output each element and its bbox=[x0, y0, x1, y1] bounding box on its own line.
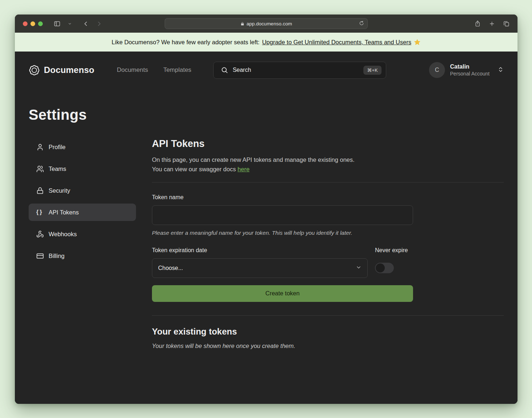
avatar: C bbox=[429, 62, 445, 78]
expiration-label: Token expiration date bbox=[152, 247, 368, 254]
settings-page: Settings Profile Teams Security bbox=[15, 89, 517, 404]
documenso-app: Documenso Documents Templates ⌘+K C Cata… bbox=[15, 52, 517, 404]
search-input[interactable] bbox=[233, 67, 359, 73]
divider bbox=[152, 182, 504, 183]
sidebar-item-teams[interactable]: Teams bbox=[29, 160, 136, 177]
lock-icon bbox=[240, 21, 244, 26]
search-shortcut-badge: ⌘+K bbox=[363, 66, 381, 75]
credit-card-icon bbox=[36, 252, 44, 260]
documenso-logo-icon bbox=[29, 65, 40, 76]
user-icon bbox=[36, 143, 44, 151]
section-description: On this page, you can create new API tok… bbox=[152, 155, 504, 174]
account-name: Catalin bbox=[450, 63, 490, 70]
search-bar[interactable]: ⌘+K bbox=[213, 62, 386, 79]
users-icon bbox=[36, 165, 44, 173]
promo-banner: Like Documenso? We have few early adopte… bbox=[15, 33, 517, 52]
upgrade-link[interactable]: Upgrade to Get Unlimited Documents, Team… bbox=[262, 39, 411, 46]
toggle-knob bbox=[376, 263, 385, 272]
lock-icon bbox=[36, 187, 44, 194]
brand-name: Documenso bbox=[44, 65, 94, 75]
page-title: Settings bbox=[29, 107, 504, 123]
tab-overview-icon[interactable] bbox=[503, 20, 510, 27]
brand[interactable]: Documenso bbox=[29, 65, 94, 76]
webhook-icon bbox=[36, 230, 44, 238]
sidebar-item-security[interactable]: Security bbox=[29, 182, 136, 199]
app-header: Documenso Documents Templates ⌘+K C Cata… bbox=[15, 52, 517, 89]
account-menu[interactable]: C Catalin Personal Account bbox=[429, 62, 504, 78]
sidebar-item-api-tokens[interactable]: { } API Tokens bbox=[29, 204, 136, 221]
new-tab-icon[interactable] bbox=[489, 20, 495, 27]
api-tokens-panel: API Tokens On this page, you can create … bbox=[152, 138, 504, 349]
sidebar-item-billing[interactable]: Billing bbox=[29, 247, 136, 265]
search-icon bbox=[221, 66, 228, 74]
main-nav: Documents Templates bbox=[117, 66, 191, 74]
sidebar-toggle-icon[interactable] bbox=[54, 20, 61, 27]
expiration-select[interactable]: Choose... bbox=[152, 258, 368, 278]
back-button-icon[interactable] bbox=[83, 21, 89, 27]
browser-titlebar: app.documenso.com bbox=[15, 15, 517, 33]
divider bbox=[152, 315, 504, 316]
sidebar-item-profile[interactable]: Profile bbox=[29, 138, 136, 156]
existing-tokens-title: Your existing tokens bbox=[152, 327, 504, 337]
browser-window: app.documenso.com Like Documenso? We hav… bbox=[15, 15, 517, 404]
promo-banner-text: Like Documenso? We have few early adopte… bbox=[112, 39, 260, 46]
nav-templates[interactable]: Templates bbox=[163, 66, 191, 74]
sidebar-item-label: Teams bbox=[49, 165, 66, 172]
sidebar-item-label: Security bbox=[49, 187, 70, 194]
never-expire-label: Never expire bbox=[375, 247, 413, 254]
token-name-hint: Please enter a meaningful name for your … bbox=[152, 230, 413, 236]
address-bar[interactable]: app.documenso.com bbox=[165, 18, 368, 29]
minimize-window-button[interactable] bbox=[30, 21, 35, 26]
sidebar-item-label: Billing bbox=[49, 253, 65, 259]
chevrons-up-down-icon bbox=[498, 66, 504, 74]
token-name-label: Token name bbox=[152, 194, 413, 201]
glowing-star-icon bbox=[414, 39, 421, 46]
token-name-input[interactable] bbox=[152, 205, 413, 225]
create-token-form: Token name Please enter a meaningful nam… bbox=[152, 194, 413, 302]
sidebar-item-label: Profile bbox=[49, 144, 66, 151]
traffic-lights bbox=[23, 21, 43, 26]
create-token-button[interactable]: Create token bbox=[152, 285, 413, 302]
braces-icon: { } bbox=[36, 209, 44, 216]
settings-sidebar: Profile Teams Security { } API Tokens bbox=[29, 138, 136, 349]
reload-icon[interactable] bbox=[359, 21, 364, 27]
sidebar-item-label: API Tokens bbox=[49, 209, 79, 216]
sidebar-item-webhooks[interactable]: Webhooks bbox=[29, 225, 136, 243]
never-expire-toggle[interactable] bbox=[375, 263, 394, 273]
sidebar-item-label: Webhooks bbox=[49, 231, 77, 238]
zoom-window-button[interactable] bbox=[38, 21, 43, 26]
chevron-down-icon bbox=[356, 265, 362, 272]
section-title: API Tokens bbox=[152, 138, 504, 149]
expiration-select-value: Choose... bbox=[158, 265, 183, 271]
share-icon[interactable] bbox=[474, 20, 481, 27]
tab-group-chevron-icon[interactable] bbox=[68, 22, 72, 26]
close-window-button[interactable] bbox=[23, 21, 28, 26]
account-type: Personal Account bbox=[450, 70, 490, 77]
address-bar-url: app.documenso.com bbox=[247, 21, 292, 26]
nav-documents[interactable]: Documents bbox=[117, 66, 148, 74]
forward-button-icon[interactable] bbox=[96, 21, 102, 27]
existing-tokens-empty-text: Your tokens will be shown here once you … bbox=[152, 343, 504, 349]
swagger-docs-link[interactable]: here bbox=[238, 166, 249, 172]
